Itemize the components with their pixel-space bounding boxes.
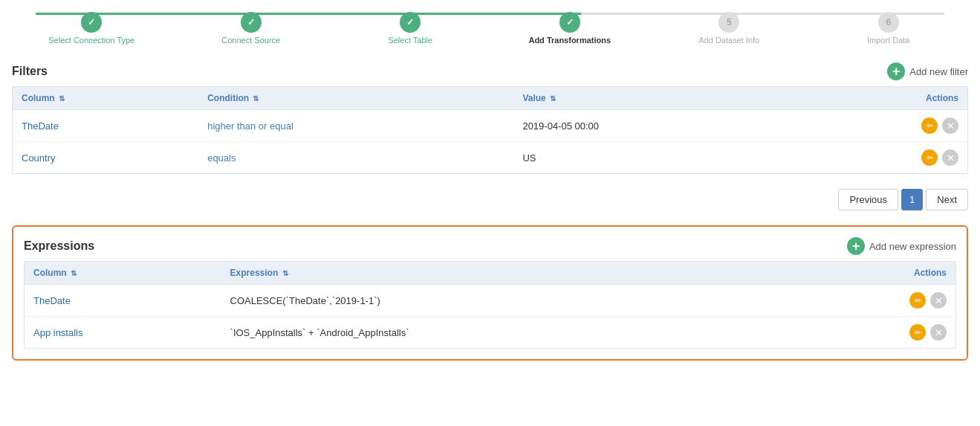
expressions-table: Column ⇅ Expression ⇅ Actions TheDate CO… [24,261,956,349]
expr-actions-cell: ✏ ✕ [794,285,955,317]
expr-col-header-expression: Expression ⇅ [221,262,795,285]
expr-column-sort-icon[interactable]: ⇅ [71,269,77,277]
next-button[interactable]: Next [926,189,968,210]
step-select-table[interactable]: ✓ Select Table [331,12,490,45]
expr-column-cell: TheDate [25,285,221,317]
step-circle-4: ✓ [559,12,580,33]
filter-column-cell: TheDate [13,110,199,142]
edit-expression-button[interactable]: ✏ [909,324,926,341]
plus-icon-expressions: + [847,237,865,255]
add-new-expression-button[interactable]: + Add new expression [847,237,956,255]
expressions-title: Expressions [24,239,94,253]
expr-column-cell: App installs [25,317,221,349]
edit-filter-button[interactable]: ✏ [921,149,938,166]
filters-header: Filters + Add new filter [12,62,968,80]
filters-section: Filters + Add new filter Column ⇅ Condit… [12,62,968,174]
stepper: ✓ Select Connection Type ✓ Connect Sourc… [12,12,968,45]
previous-button[interactable]: Previous [838,189,898,210]
filters-table: Column ⇅ Condition ⇅ Value ⇅ Actions The… [12,86,968,174]
step-circle-5: 5 [718,12,739,33]
filters-title: Filters [12,65,48,78]
expr-expression-cell: `IOS_AppInstalls` + `Android_AppInstalls… [221,317,795,349]
condition-sort-icon[interactable]: ⇅ [253,94,259,103]
expressions-table-header-row: Column ⇅ Expression ⇅ Actions [25,262,956,285]
add-filter-label: Add new filter [909,66,968,77]
step-circle-6: 6 [878,12,899,33]
expr-col-header-column: Column ⇅ [25,262,221,285]
step-label-2: Connect Source [221,36,280,45]
step-select-connection[interactable]: ✓ Select Connection Type [12,12,172,45]
expr-col-header-actions: Actions [794,262,955,285]
step-circle-3: ✓ [400,12,421,33]
col-header-column: Column ⇅ [13,87,199,110]
col-header-actions: Actions [799,87,967,110]
table-row: App installs `IOS_AppInstalls` + `Androi… [25,317,956,349]
filters-pagination: Previous 1 Next [12,189,968,210]
expressions-header: Expressions + Add new expression [24,237,956,255]
table-row: TheDate COALESCE(`TheDate`,`2019-1-1`) ✏… [25,285,956,317]
delete-filter-button[interactable]: ✕ [942,149,958,166]
step-label-1: Select Connection Type [48,36,134,45]
plus-icon: + [887,62,905,80]
filter-column-cell: Country [13,142,199,174]
step-label-4: Add Transformations [528,36,611,45]
add-expression-label: Add new expression [869,241,956,252]
column-sort-icon[interactable]: ⇅ [59,94,65,103]
filter-condition-cell: equals [198,142,513,174]
table-row: TheDate higher than or equal 2019-04-05 … [13,110,968,142]
expr-actions-cell: ✏ ✕ [794,317,955,349]
add-new-filter-button[interactable]: + Add new filter [887,62,968,80]
step-add-dataset-info[interactable]: 5 Add Dataset Info [649,12,809,45]
step-connect-source[interactable]: ✓ Connect Source [172,12,331,45]
filter-value-cell: US [513,142,799,174]
expr-expression-sort-icon[interactable]: ⇅ [282,269,288,277]
step-add-transformations[interactable]: ✓ Add Transformations [490,12,650,45]
edit-expression-button[interactable]: ✏ [909,292,926,309]
step-circle-2: ✓ [241,12,262,33]
col-header-condition: Condition ⇅ [198,87,513,110]
filter-value-cell: 2019-04-05 00:00 [513,110,799,142]
delete-filter-button[interactable]: ✕ [942,117,958,134]
delete-expression-button[interactable]: ✕ [930,324,947,341]
step-label-6: Import Data [867,36,909,45]
filter-condition-cell: higher than or equal [198,110,513,142]
step-circle-1: ✓ [81,12,102,33]
step-label-5: Add Dataset Info [698,36,759,45]
filter-actions-cell: ✏ ✕ [799,142,967,174]
edit-filter-button[interactable]: ✏ [921,117,938,134]
expr-expression-cell: COALESCE(`TheDate`,`2019-1-1`) [221,285,795,317]
step-label-3: Select Table [388,36,432,45]
expressions-section: Expressions + Add new expression Column … [12,225,968,361]
filter-actions-cell: ✏ ✕ [799,110,967,142]
delete-expression-button[interactable]: ✕ [930,292,947,309]
table-row: Country equals US ✏ ✕ [13,142,968,174]
col-header-value: Value ⇅ [513,87,799,110]
page-number-1[interactable]: 1 [901,189,923,210]
step-import-data[interactable]: 6 Import Data [809,12,969,45]
value-sort-icon[interactable]: ⇅ [550,94,556,103]
filters-table-header-row: Column ⇅ Condition ⇅ Value ⇅ Actions [13,87,968,110]
